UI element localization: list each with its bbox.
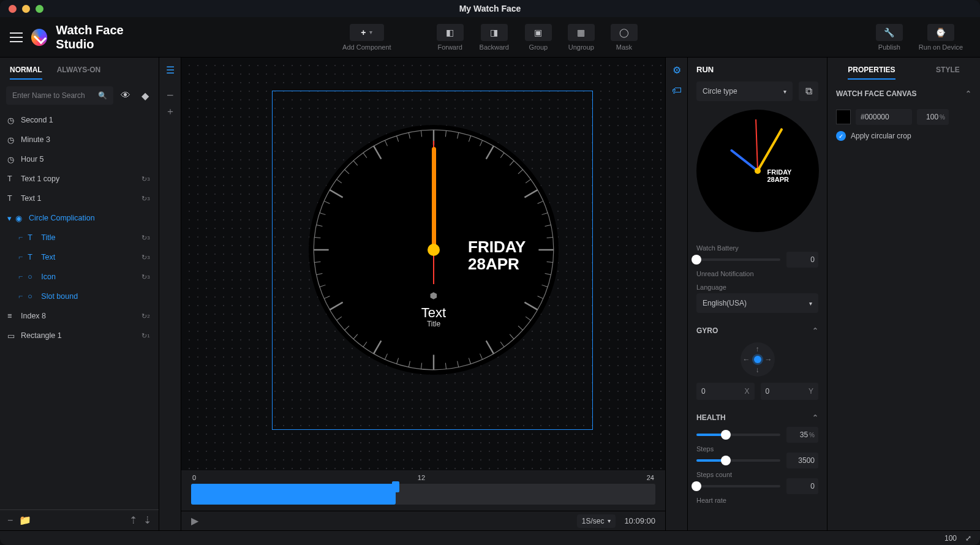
layer-item[interactable]: ▾◉Circle Complication: [0, 208, 159, 228]
layer-item[interactable]: ⌐○Slot bound: [0, 287, 159, 306]
visibility-toggle[interactable]: 👁: [118, 88, 133, 103]
svg-line-2: [445, 130, 446, 137]
settings-icon[interactable]: ⚙: [669, 62, 684, 77]
layer-label: Slot bound: [41, 292, 151, 301]
loop-icon[interactable]: ↻2: [140, 310, 151, 321]
steps-pct-value[interactable]: 35%: [786, 427, 818, 443]
layer-item[interactable]: ⌐○Icon↻3: [0, 267, 159, 287]
ungroup-button[interactable]: ▦Ungroup: [564, 24, 598, 51]
collapse-icon[interactable]: ⌃: [965, 89, 971, 98]
svg-line-26: [486, 340, 494, 353]
gyro-control[interactable]: ↑ ↓ ← →: [741, 342, 775, 377]
timeline-scrubber[interactable]: [191, 484, 396, 505]
playback-rate-select[interactable]: 1S/sec▾: [577, 514, 616, 528]
app-logo: [31, 29, 48, 46]
preview-hour-hand: [729, 149, 758, 172]
layer-label: Index 8: [21, 312, 135, 320]
layer-item[interactable]: ◷Second 1: [0, 110, 159, 130]
caret-down-icon[interactable]: ▾: [7, 214, 12, 223]
svg-marker-61: [431, 292, 437, 299]
layer-item[interactable]: ◷Minute 3: [0, 130, 159, 149]
steps-value[interactable]: 3500: [786, 453, 818, 468]
backward-button[interactable]: ◨Backward: [476, 24, 513, 51]
mask-button[interactable]: ◯Mask: [607, 24, 641, 51]
folder-icon[interactable]: 📁: [19, 514, 31, 526]
sort-down-icon[interactable]: ⇣: [143, 514, 151, 526]
layer-item[interactable]: TText 1↻3: [0, 189, 159, 208]
loop-icon[interactable]: ↻3: [140, 271, 151, 282]
svg-line-49: [320, 212, 326, 214]
language-select[interactable]: English(USA)▾: [696, 293, 818, 313]
chevron-down-icon: ↓: [756, 366, 760, 374]
canvas-color-input[interactable]: #000000: [856, 109, 912, 125]
layer-item[interactable]: ▭Rectangle 1↻1: [0, 326, 159, 345]
canvas-color-swatch[interactable]: [836, 110, 851, 124]
loop-icon[interactable]: ↻3: [140, 193, 151, 204]
zoom-value[interactable]: 100: [944, 534, 957, 543]
loop-icon[interactable]: ↻3: [140, 232, 151, 243]
publish-button[interactable]: 🔧Publish: [872, 24, 907, 51]
layer-item[interactable]: ⌐TText↻3: [0, 247, 159, 267]
tab-style[interactable]: STYLE: [936, 66, 960, 74]
group-button[interactable]: ▣Group: [521, 24, 556, 51]
layer-type-icon: ◷: [7, 116, 16, 124]
gyro-x-input[interactable]: 0X: [696, 383, 755, 400]
tab-properties[interactable]: PROPERTIES: [848, 66, 895, 74]
shape-select[interactable]: Circle type▾: [696, 81, 793, 101]
panel-toggle-layers-icon[interactable]: ☰: [163, 62, 178, 77]
svg-line-56: [374, 146, 381, 159]
layer-item[interactable]: ≡Index 8↻2: [0, 306, 159, 326]
svg-line-39: [344, 326, 349, 330]
hr-value[interactable]: 0: [786, 478, 818, 494]
search-icon: 🔍: [98, 91, 107, 100]
circular-crop-checkbox[interactable]: ✓ Apply circular crop: [827, 129, 980, 143]
pin-icon[interactable]: ⎯: [163, 83, 178, 98]
canvas-alpha-input[interactable]: 100%: [917, 109, 949, 125]
battery-value[interactable]: 0: [786, 252, 818, 268]
forward-button[interactable]: ◧Forward: [433, 24, 467, 51]
remove-layer-icon[interactable]: −: [7, 515, 13, 526]
steps-slider[interactable]: [696, 459, 780, 462]
watch-face-preview[interactable]: FRIDAY 28APR Text Title: [309, 125, 559, 375]
fullscreen-icon[interactable]: ⤢: [965, 534, 971, 543]
chevron-right-icon: →: [765, 355, 772, 364]
tab-normal[interactable]: NORMAL: [10, 66, 42, 74]
collapse-icon[interactable]: ⌃: [812, 413, 818, 422]
loop-icon[interactable]: ↻3: [140, 173, 151, 184]
hr-slider[interactable]: [696, 485, 780, 487]
collapse-icon[interactable]: ⌃: [812, 326, 818, 335]
gyro-y-input[interactable]: 0Y: [761, 383, 819, 400]
svg-line-7: [500, 153, 504, 158]
layer-label: Title: [41, 233, 135, 242]
battery-slider[interactable]: [696, 258, 780, 261]
layer-item[interactable]: TText 1 copy↻3: [0, 169, 159, 189]
search-input[interactable]: Enter Name to Search 🔍: [6, 86, 113, 105]
layers-panel: NORMAL ALWAYS-ON Enter Name to Search 🔍 …: [0, 58, 159, 530]
layer-type-icon: ▭: [7, 331, 16, 340]
loop-icon[interactable]: ↻3: [140, 252, 151, 263]
svg-line-15: [547, 238, 553, 238]
run-on-device-button[interactable]: ⌚Run on Device: [915, 24, 967, 51]
tab-always-on[interactable]: ALWAYS-ON: [57, 66, 101, 74]
open-external-icon[interactable]: ⧉: [799, 81, 818, 101]
svg-line-53: [344, 170, 349, 174]
sort-up-icon[interactable]: ⇡: [129, 514, 137, 526]
steps-pct-slider[interactable]: [696, 434, 780, 436]
timeline[interactable]: 0 12 24: [181, 470, 665, 511]
preview-second-hand: [755, 119, 758, 171]
svg-line-5: [480, 140, 483, 146]
play-button[interactable]: ▶: [191, 515, 198, 527]
canvas-left-gutter: ☰ ⎯ ＋: [159, 58, 181, 530]
layer-item[interactable]: ◷Hour 5: [0, 149, 159, 169]
add-component-button[interactable]: +▾ Add Component: [339, 24, 395, 51]
layer-item[interactable]: ⌐TTitle↻3: [0, 228, 159, 247]
svg-line-17: [547, 261, 553, 262]
menu-icon[interactable]: [10, 32, 23, 42]
canvas-stage[interactable]: FRIDAY 28APR Text Title: [181, 58, 665, 470]
app-name: Watch Face Studio: [56, 23, 159, 51]
gyro-header: GYRO: [696, 326, 718, 335]
lock-toggle[interactable]: ◆: [138, 88, 153, 103]
add-icon[interactable]: ＋: [163, 104, 178, 119]
tag-icon[interactable]: 🏷: [669, 83, 684, 98]
loop-icon[interactable]: ↻1: [140, 330, 151, 341]
